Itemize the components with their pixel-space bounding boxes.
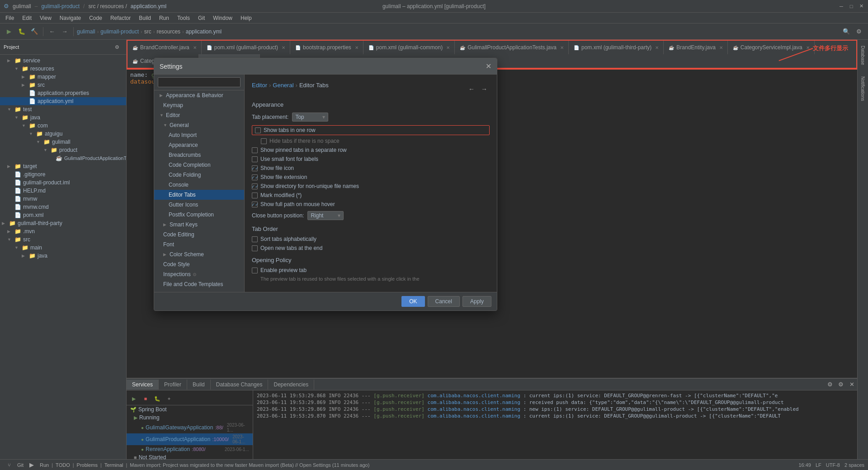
tab-pom-third[interactable]: 📄 pom.xml (gulimall-third-party) ✕ xyxy=(569,41,664,54)
breadcrumb-editor[interactable]: Editor xyxy=(252,82,267,89)
tree-src2[interactable]: ▼📁src xyxy=(0,235,126,244)
tree-service[interactable]: ▶📁service xyxy=(0,56,126,65)
panel-close-btn[interactable]: ✕ xyxy=(846,379,857,390)
tab-close-icon[interactable]: ✕ xyxy=(193,45,197,50)
tree-mvn[interactable]: ▶📁.mvn xyxy=(0,227,126,235)
toolbar-run-btn[interactable]: ▶ xyxy=(4,26,14,37)
tree-mapper[interactable]: ▶📁mapper xyxy=(0,73,126,81)
settings-general[interactable]: ▼General xyxy=(154,120,244,130)
settings-breadcrumbs[interactable]: Breadcrumbs xyxy=(154,150,244,160)
tree-main[interactable]: ▼📁main xyxy=(0,244,126,252)
status-run-label[interactable]: Run xyxy=(40,462,49,468)
status-crlf[interactable]: LF xyxy=(816,462,821,468)
right-notif-btn[interactable]: Notifications xyxy=(858,70,868,107)
services-add-btn[interactable]: + xyxy=(164,393,175,404)
apply-button[interactable]: Apply xyxy=(462,296,491,307)
sort-alpha-checkbox[interactable] xyxy=(252,236,258,242)
tab-build[interactable]: Build xyxy=(187,380,211,390)
status-git-btn[interactable]: ⑂ xyxy=(4,460,14,470)
tab-dependencies[interactable]: Dependencies xyxy=(268,380,314,390)
svc-running[interactable]: ▶Running xyxy=(127,414,253,422)
settings-gutter-icons[interactable]: Gutter Icons xyxy=(154,200,244,210)
settings-code-style[interactable]: Code Style xyxy=(154,259,244,269)
show-extension-checkbox[interactable]: ✓ xyxy=(252,174,258,180)
tab-app-tests[interactable]: ☕ GulimallProductApplicationTests.java ✕ xyxy=(455,41,569,54)
services-debug-btn[interactable]: 🐛 xyxy=(152,393,163,404)
svc-renren[interactable]: ● RenrenApplication :8080/ 2023-06-1... xyxy=(127,445,253,453)
tab-brand-entity[interactable]: ☕ BrandEntity.java ✕ xyxy=(664,41,728,54)
close-btn-select[interactable]: Right xyxy=(307,211,344,220)
tree-product[interactable]: ▼📁product xyxy=(0,146,126,154)
right-db-btn[interactable]: Database xyxy=(858,42,868,69)
tree-help[interactable]: ▶📄HELP.md xyxy=(0,187,126,195)
status-encoding[interactable]: UTF-8 xyxy=(826,462,840,468)
sidebar-settings-btn[interactable]: ⚙ xyxy=(112,42,123,52)
nav-back-btn[interactable]: ← xyxy=(466,84,477,94)
tab-pom-common[interactable]: 📄 pom.xml (gulimall-common) ✕ xyxy=(363,41,455,54)
tab-close-icon[interactable]: ✕ xyxy=(806,45,810,50)
tab-pom-product[interactable]: 📄 pom.xml (gulimall-product) ✕ xyxy=(202,41,290,54)
settings-code-editing[interactable]: Code Editing xyxy=(154,230,244,240)
tree-target[interactable]: ▶📁target xyxy=(0,162,126,170)
mark-modified-checkbox[interactable] xyxy=(252,193,258,198)
tab-close-icon[interactable]: ✕ xyxy=(355,45,359,50)
menu-view[interactable]: View xyxy=(36,14,55,22)
menu-edit[interactable]: Edit xyxy=(19,14,35,22)
settings-editor[interactable]: ▼Editor xyxy=(154,110,244,120)
tree-src[interactable]: ▶📁src xyxy=(0,81,126,89)
status-run-btn[interactable]: ▶ xyxy=(26,460,37,470)
svc-not-started[interactable]: ■Not Started xyxy=(127,453,253,459)
settings-postfix[interactable]: Postfix Completion xyxy=(154,210,244,220)
nav-forward-btn[interactable]: → xyxy=(479,84,490,94)
tree-third-party[interactable]: ▶📁gulimall-third-party xyxy=(0,219,126,227)
svc-product[interactable]: ● GulimallProductApplication :10000/ 202… xyxy=(127,433,253,445)
services-stop-btn[interactable]: ■ xyxy=(140,393,151,404)
cancel-button[interactable]: Cancel xyxy=(428,296,460,307)
show-full-path-checkbox[interactable]: ✓ xyxy=(252,202,258,207)
tree-app-props[interactable]: ▶📄application.properties xyxy=(0,89,126,97)
tree-app-tests[interactable]: ▶☕GulimallProductApplicationTests xyxy=(0,154,126,162)
status-problems[interactable]: Problems xyxy=(77,462,98,468)
toolbar-back-btn[interactable]: ← xyxy=(47,26,57,37)
menu-help[interactable]: Help xyxy=(237,14,255,22)
enable-preview-checkbox[interactable] xyxy=(252,268,258,273)
settings-color-scheme[interactable]: ▶Color Scheme xyxy=(154,249,244,259)
tree-java[interactable]: ▼📁java xyxy=(0,113,126,122)
settings-font[interactable]: Font xyxy=(154,240,244,249)
settings-editor-tabs[interactable]: Editor Tabs xyxy=(154,190,244,200)
menu-tools[interactable]: Tools xyxy=(174,14,193,22)
services-run-btn[interactable]: ▶ xyxy=(128,393,139,404)
show-tabs-one-row-checkbox[interactable] xyxy=(255,127,261,133)
close-button[interactable]: ✕ xyxy=(858,3,864,9)
ok-button[interactable]: OK xyxy=(401,296,425,307)
toolbar-search-btn[interactable]: 🔍 xyxy=(841,26,852,37)
tab-category-service[interactable]: ☕ CategoryServiceImpl.java ✕ xyxy=(728,41,815,54)
panel-settings-btn[interactable]: ⚙ xyxy=(825,379,835,390)
settings-appearance-behavior[interactable]: ▶Appearance & Behavior xyxy=(154,90,244,100)
settings-console[interactable]: Console xyxy=(154,180,244,190)
tab-profiler[interactable]: Profiler xyxy=(159,380,187,390)
tree-pom[interactable]: ▶📄pom.xml xyxy=(0,211,126,219)
dialog-close-button[interactable]: ✕ xyxy=(486,62,491,70)
tree-mvnw-cmd[interactable]: ▶📄mvnw.cmd xyxy=(0,203,126,211)
menu-build[interactable]: Build xyxy=(135,14,155,22)
tree-test[interactable]: ▼📁test xyxy=(0,105,126,113)
breadcrumb-general[interactable]: General xyxy=(273,82,293,89)
status-terminal[interactable]: Terminal xyxy=(104,462,123,468)
tree-iml[interactable]: ▶📄gulimall-product.iml xyxy=(0,179,126,187)
status-todo[interactable]: TODO xyxy=(56,462,70,468)
minimize-button[interactable]: ─ xyxy=(838,3,844,9)
show-file-icon-checkbox[interactable]: ✓ xyxy=(252,165,258,171)
settings-code-folding[interactable]: Code Folding xyxy=(154,170,244,180)
menu-window[interactable]: Window xyxy=(209,14,236,22)
panel-config-btn[interactable]: ⚙ xyxy=(835,379,846,390)
toolbar-build-btn[interactable]: 🔨 xyxy=(29,26,40,37)
tree-mvnw[interactable]: ▶📄mvnw xyxy=(0,195,126,203)
toolbar-settings-btn[interactable]: ⚙ xyxy=(854,26,864,37)
menu-git[interactable]: Git xyxy=(194,14,208,22)
tab-close-icon[interactable]: ✕ xyxy=(446,45,450,50)
status-spaces[interactable]: 2 spaces xyxy=(844,462,864,468)
open-new-end-checkbox[interactable] xyxy=(252,245,258,251)
svc-spring-boot[interactable]: 🌱Spring Boot xyxy=(127,405,253,414)
settings-code-completion[interactable]: Code Completion xyxy=(154,160,244,170)
